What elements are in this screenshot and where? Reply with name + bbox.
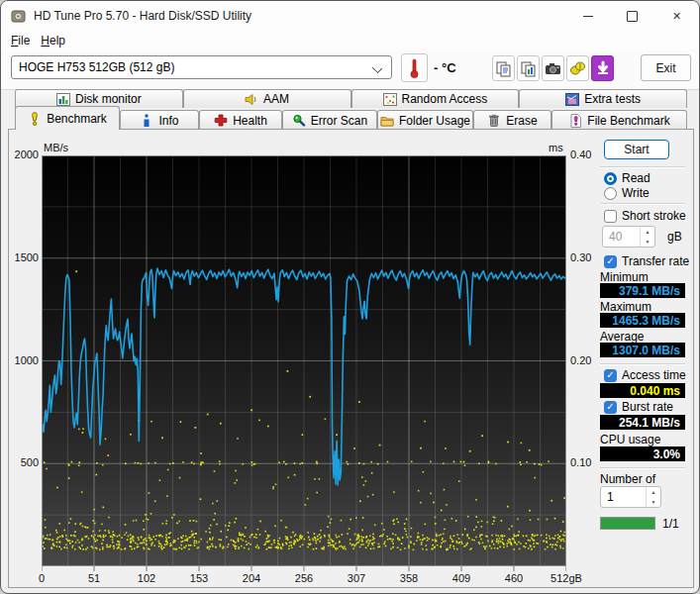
x-axis-tick: 512gB	[547, 572, 586, 584]
x-axis-tick: 358	[389, 572, 429, 584]
tab-erase[interactable]: Erase	[473, 110, 551, 130]
copy-image-icon	[520, 60, 537, 77]
y-left-tick: 1000	[9, 354, 39, 366]
benchmark-plot	[42, 155, 566, 572]
minimize-icon	[583, 16, 593, 17]
app-window: HD Tune Pro 5.70 - Hard Disk/SSD Utility…	[0, 0, 700, 594]
short-stroke-checkbox-box	[604, 210, 617, 223]
camera-icon	[545, 61, 561, 76]
download-icon	[595, 60, 611, 76]
x-axis-tick: 153	[179, 572, 219, 584]
x-axis-tick: 102	[127, 572, 166, 584]
exit-button[interactable]: Exit	[641, 54, 691, 81]
separator	[600, 467, 685, 469]
transfer-rate-checkbox-box: ✓	[604, 255, 617, 268]
copy-info-button[interactable]	[492, 55, 515, 81]
benchmark-chart: MB/sms2000150010005000.400.300.200.10051…	[9, 130, 693, 587]
x-axis-tick: 256	[284, 572, 324, 584]
benchmark-control-panel: Start Read Write Short stroke 40 ▲▼ gB	[593, 130, 695, 587]
average-label: Average	[600, 330, 644, 344]
maximize-button[interactable]	[610, 1, 654, 31]
x-axis-tick: 409	[442, 572, 481, 584]
burst-rate-value: 254.1 MB/s	[600, 415, 685, 430]
pass-progress-label: 1/1	[662, 517, 679, 531]
benchmark-icon	[28, 112, 42, 125]
write-radio-circle	[604, 187, 617, 200]
y-left-axis-title: MB/s	[44, 142, 68, 153]
minimum-label: Minimum	[600, 270, 649, 284]
tab-extra-tests[interactable]: Extra tests	[519, 89, 687, 108]
transfer-rate-checkbox[interactable]: ✓ Transfer rate	[604, 254, 689, 268]
copy-screenshot-button[interactable]	[517, 55, 540, 81]
tab-benchmark[interactable]: Benchmark	[15, 106, 120, 130]
passes-stepper[interactable]: 1 ▲▼	[600, 486, 661, 508]
write-radio[interactable]: Write	[604, 186, 650, 200]
access-time-checkbox-box: ✓	[604, 369, 617, 382]
copy-icon	[495, 60, 512, 77]
thermometer-icon	[408, 57, 421, 79]
save-results-button[interactable]	[591, 55, 614, 81]
hdtune-app-icon	[11, 9, 26, 24]
folder-icon	[380, 114, 394, 127]
random-access-icon	[383, 93, 397, 106]
pass-progress-fill	[601, 518, 654, 529]
x-axis-tick: 0	[22, 572, 61, 584]
short-stroke-checkbox[interactable]: Short stroke	[604, 209, 686, 223]
window-title: HD Tune Pro 5.70 - Hard Disk/SSD Utility	[34, 9, 251, 23]
info-icon	[140, 114, 153, 127]
cpu-usage-label: CPU usage	[600, 433, 660, 446]
x-axis-tick: 51	[74, 572, 114, 584]
y-left-tick: 500	[9, 456, 39, 468]
minimum-value: 379.1 MB/s	[600, 283, 685, 298]
start-button[interactable]: Start	[604, 140, 669, 159]
tab-aam[interactable]: AAM	[183, 89, 351, 108]
menu-item-help[interactable]: Help	[39, 32, 74, 50]
extra-tests-icon	[565, 93, 579, 106]
drive-select[interactable]: HOGE H753 512GB (512 gB)	[11, 55, 392, 79]
burst-rate-checkbox-box: ✓	[604, 401, 617, 414]
chevron-down-icon	[372, 63, 382, 73]
y-left-tick: 1500	[9, 251, 39, 263]
menu-item-file[interactable]: File	[9, 32, 39, 50]
tab-health[interactable]: Health	[199, 110, 282, 130]
close-button[interactable]: ✕	[654, 1, 699, 31]
burst-rate-checkbox[interactable]: ✓ Burst rate	[604, 400, 673, 414]
title-bar: HD Tune Pro 5.70 - Hard Disk/SSD Utility…	[1, 1, 699, 31]
maximum-value: 1465.3 MB/s	[600, 313, 685, 328]
temperature-button[interactable]	[401, 53, 428, 82]
stroke-size-stepper[interactable]: 40 ▲▼	[602, 226, 655, 248]
tab-error-scan[interactable]: Error Scan	[282, 110, 377, 130]
separator	[600, 363, 685, 365]
read-radio[interactable]: Read	[604, 171, 650, 185]
file-benchmark-icon	[568, 114, 582, 127]
toolbar: HOGE H753 512GB (512 gB) - °C Exit	[1, 50, 699, 90]
error-scan-icon	[292, 114, 306, 127]
disk-monitor-icon	[56, 93, 70, 106]
x-axis-tick: 307	[337, 572, 376, 584]
menu-bar: FileHelp	[1, 31, 699, 50]
cpu-usage-value: 3.0%	[600, 446, 685, 461]
stepper-up-icon[interactable]: ▲	[641, 227, 654, 237]
tab-file-benchmark[interactable]: File Benchmark	[551, 110, 687, 130]
drive-select-value: HOGE H753 512GB (512 gB)	[19, 60, 174, 74]
access-time-checkbox[interactable]: ✓ Access time	[604, 368, 686, 382]
tab-folder-usage[interactable]: Folder Usage	[377, 110, 473, 130]
stepper-up-icon[interactable]: ▲	[647, 487, 660, 497]
read-radio-circle	[604, 172, 617, 185]
separator	[600, 203, 685, 205]
x-axis-tick: 460	[494, 572, 534, 584]
stepper-down-icon[interactable]: ▼	[641, 237, 654, 247]
maximum-label: Maximum	[600, 300, 651, 314]
minimize-button[interactable]	[565, 1, 610, 31]
stepper-down-icon[interactable]: ▼	[647, 497, 660, 507]
y-right-axis-title: ms	[549, 142, 563, 153]
saved-results-button[interactable]	[566, 55, 589, 81]
y-left-tick: 2000	[9, 148, 39, 160]
save-screenshot-button[interactable]	[542, 55, 564, 81]
erase-icon	[487, 114, 501, 127]
tab-info[interactable]: Info	[120, 110, 199, 130]
separator	[600, 166, 685, 168]
tab-random-access[interactable]: Random Access	[351, 89, 520, 108]
access-time-value: 0.040 ms	[600, 383, 685, 398]
health-icon	[214, 114, 228, 127]
